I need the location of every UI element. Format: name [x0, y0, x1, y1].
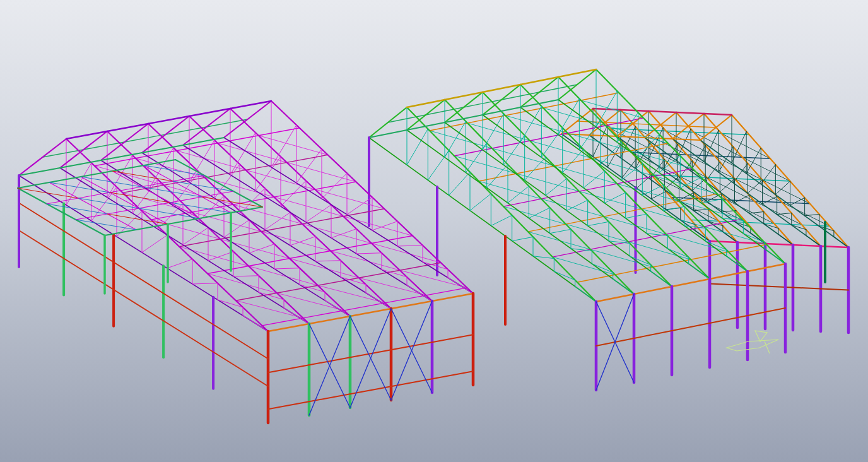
ucs-symbol: [727, 331, 778, 353]
left-canopy[interactable]: [18, 160, 262, 293]
model-viewport[interactable]: [0, 0, 868, 462]
steel-hall-left[interactable]: [19, 101, 473, 423]
model-svg[interactable]: [0, 0, 868, 462]
steel-hall-right[interactable]: [561, 109, 848, 333]
